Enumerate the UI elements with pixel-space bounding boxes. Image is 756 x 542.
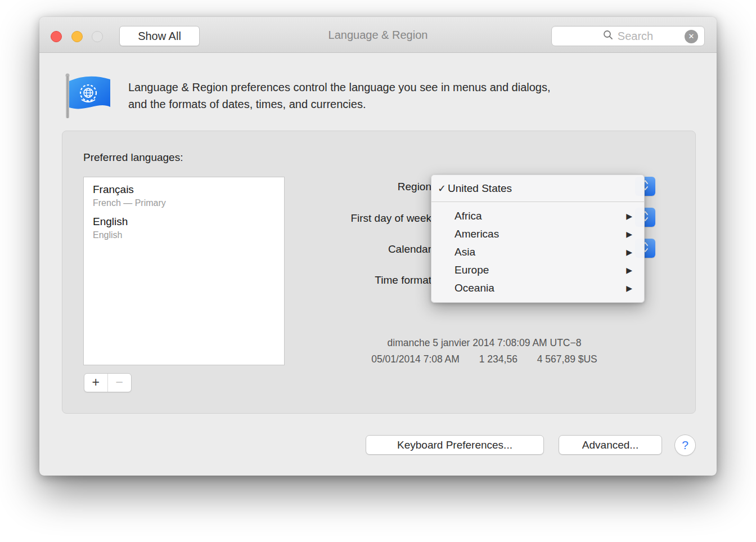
first-day-of-week-label: First day of week [246, 212, 431, 225]
search-input[interactable]: Search ✕ [551, 26, 705, 46]
help-button[interactable]: ? [674, 435, 696, 456]
menu-item-label: Asia [454, 246, 475, 258]
description-line-2: and the formats of dates, times, and cur… [128, 96, 551, 113]
description-line-1: Language & Region preferences control th… [128, 79, 551, 96]
list-edit-controls: + − [84, 373, 132, 392]
pane-description: Language & Region preferences control th… [128, 79, 551, 113]
submenu-arrow-icon: ▶ [626, 279, 632, 297]
submenu-arrow-icon: ▶ [626, 207, 632, 225]
search-clear-icon[interactable]: ✕ [685, 30, 698, 43]
menu-item-africa[interactable]: Africa ▶ [431, 207, 644, 225]
sample-long-date: dimanche 5 janvier 2014 7:08:09 AM UTC−8 [248, 337, 721, 349]
format-samples: dimanche 5 janvier 2014 7:08:09 AM UTC−8… [248, 337, 721, 365]
menu-item-europe[interactable]: Europe ▶ [431, 261, 644, 279]
zoom-button [92, 31, 103, 42]
menu-item-united-states[interactable]: ✓ United States [431, 175, 644, 201]
sample-number: 1 234,56 [479, 353, 518, 365]
keyboard-preferences-button[interactable]: Keyboard Preferences... [366, 435, 544, 455]
sample-short-formats: 05/01/2014 7:08 AM 1 234,56 4 567,89 $US [248, 353, 721, 365]
menu-item-asia[interactable]: Asia ▶ [431, 243, 644, 261]
add-language-button[interactable]: + [84, 374, 108, 392]
language-detail: English [93, 230, 275, 240]
menu-item-label: Americas [454, 228, 499, 240]
language-detail: French — Primary [93, 198, 275, 208]
sample-short-date: 05/01/2014 7:08 AM [371, 353, 460, 365]
submenu-arrow-icon: ▶ [626, 225, 632, 243]
show-all-button[interactable]: Show All [119, 26, 200, 46]
region-label: Region [246, 181, 431, 193]
un-flag-icon [63, 72, 112, 122]
search-icon [603, 30, 613, 42]
remove-language-button[interactable]: − [108, 374, 132, 392]
close-button[interactable] [51, 31, 62, 42]
sample-currency: 4 567,89 $US [537, 353, 597, 365]
search-placeholder: Search [618, 30, 653, 43]
preferences-window: Language & Region Show All Search ✕ [39, 17, 717, 476]
menu-item-oceania[interactable]: Oceania ▶ [431, 279, 644, 297]
menu-item-label: Oceania [454, 282, 494, 294]
menu-item-label: Europe [454, 264, 489, 276]
menu-item-label: Africa [454, 210, 482, 222]
time-format-label: Time format [246, 274, 431, 286]
submenu-arrow-icon: ▶ [626, 243, 632, 261]
preferred-languages-label: Preferred languages: [83, 151, 183, 164]
submenu-arrow-icon: ▶ [626, 261, 632, 279]
calendar-label: Calendar [246, 243, 431, 256]
minimize-button[interactable] [71, 31, 83, 42]
region-dropdown-menu: ✓ United States Africa ▶ Americas ▶ Asia… [431, 174, 645, 303]
menu-item-americas[interactable]: Americas ▶ [431, 225, 644, 243]
checkmark-icon: ✓ [431, 182, 448, 195]
menu-item-label: United States [448, 182, 512, 195]
toolbar: Language & Region Show All Search ✕ [39, 17, 717, 53]
advanced-button[interactable]: Advanced... [559, 435, 662, 455]
menu-item-list: Africa ▶ Americas ▶ Asia ▶ Europe ▶ Ocea… [431, 202, 644, 302]
